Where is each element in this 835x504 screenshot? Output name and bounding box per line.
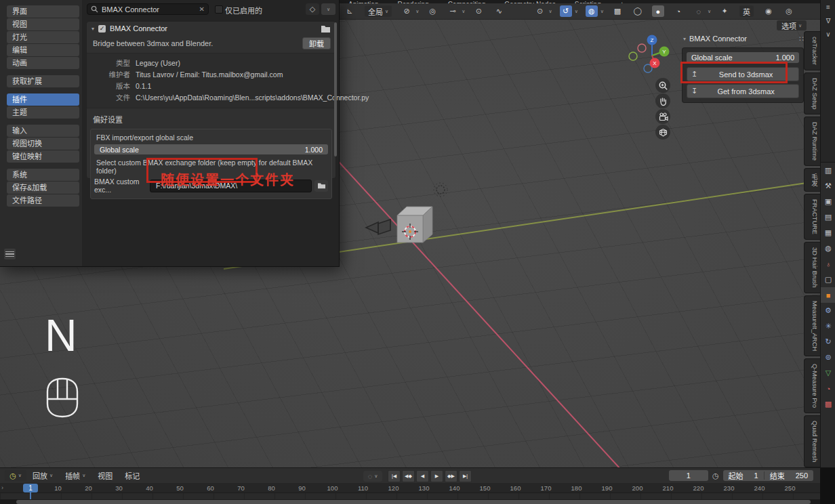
proportional-editing-icon[interactable]: ◎ <box>426 5 439 17</box>
jump-to-end-button[interactable]: ▶| <box>459 470 472 482</box>
xray-icon[interactable]: ▩ <box>611 5 624 17</box>
current-frame-field[interactable]: 1 <box>669 470 708 481</box>
camera-object[interactable] <box>366 219 390 234</box>
prefs-menu-button[interactable] <box>4 249 16 259</box>
playhead-line[interactable] <box>30 492 31 499</box>
shading-material-icon[interactable]: ◔ <box>672 5 685 17</box>
annotate-icon[interactable]: ◉ <box>762 5 775 17</box>
overlays-icon[interactable]: ◍ <box>586 5 598 17</box>
properties-editor-icon[interactable]: ▥ <box>821 163 835 178</box>
material-icon[interactable]: ◔ <box>821 381 835 396</box>
sidebar-tab-cetracker[interactable]: ceTracker <box>804 31 820 70</box>
zoom-button[interactable] <box>655 78 670 93</box>
gizmo-neg-x[interactable] <box>638 44 646 52</box>
prefs-scrollbar[interactable] <box>334 22 337 156</box>
chevron-down-icon[interactable]: ∨ <box>600 9 604 14</box>
orientation-dropdown[interactable]: 全局∨ <box>365 5 392 17</box>
scrollbar-thumb[interactable] <box>16 500 811 504</box>
sidebar-tab-daz-runtime[interactable]: DAZ Runtime <box>804 117 820 166</box>
outliner-collapse-icon[interactable]: ∨ <box>821 27 835 41</box>
perspective-toggle-button[interactable] <box>655 125 670 140</box>
sidebar-tab--[interactable]: 毛发 <box>804 168 820 192</box>
prefs-sidebar-item[interactable]: 保存&加载 <box>7 182 79 194</box>
timeline-menu-插帧[interactable]: 插帧∨ <box>65 470 85 481</box>
addon-enable-checkbox[interactable]: ✓ <box>98 25 106 33</box>
shading-rendered-icon[interactable]: ◌ <box>693 5 705 17</box>
uninstall-button[interactable]: 卸载 <box>302 37 331 49</box>
render-pass-icon[interactable]: ✦ <box>718 5 731 17</box>
prefs-sidebar-item[interactable]: 界面 <box>7 5 79 18</box>
shading-solid-icon[interactable]: ● <box>652 5 664 17</box>
options-dropdown[interactable]: 选项 ∨ <box>777 20 807 30</box>
texture-icon[interactable]: ▩ <box>821 396 835 412</box>
prefs-sidebar-item[interactable]: 编辑 <box>7 44 79 56</box>
object-icon[interactable]: ■ <box>821 287 835 303</box>
start-frame-field[interactable]: 1 <box>749 471 764 480</box>
sidebar-tab-daz-setup[interactable]: DAZ Setup <box>804 72 820 114</box>
transform-orientation-icon[interactable]: ⊾ <box>344 5 356 17</box>
get-from-3dsmax-button[interactable]: ↧ Get from 3dsmax <box>687 84 799 98</box>
show-hide-icon[interactable]: ⊙ <box>534 5 546 17</box>
editor-type-button[interactable]: ◷ ∨ <box>5 470 26 481</box>
timeline-scrollbar[interactable] <box>0 499 820 504</box>
chevron-down-icon[interactable]: ∨ <box>462 9 465 14</box>
prefs-sidebar-item[interactable]: 文件路径 <box>7 194 79 207</box>
falloff-curve-icon[interactable]: ∿ <box>493 5 505 17</box>
next-keyframe-button[interactable]: ◆▶ <box>445 470 457 482</box>
modifiers-icon[interactable]: ⚙ <box>821 303 835 318</box>
sidebar-tab-quad-remesh[interactable]: Quad Remesh <box>804 415 820 467</box>
play-reverse-button[interactable]: ◀ <box>416 470 429 482</box>
shading-wireframe-icon[interactable]: ◯ <box>632 5 644 17</box>
prefs-sidebar-item[interactable]: 视图 <box>7 18 79 30</box>
snap-target-icon[interactable]: ⊙ <box>472 5 485 17</box>
enabled-only-checkbox[interactable] <box>215 5 223 14</box>
npanel-header[interactable]: ▾ BMAX Connector ∷ <box>682 33 804 45</box>
clear-search-icon[interactable]: ✕ <box>199 5 205 13</box>
snap-magnet-icon[interactable]: ⊘ <box>401 5 413 17</box>
prev-keyframe-button[interactable]: ◀◆ <box>402 470 415 482</box>
timeline-menu-视图[interactable]: 视图 <box>98 470 113 481</box>
prefs-sidebar-item[interactable]: 键位映射 <box>7 150 79 163</box>
end-frame-field[interactable]: 250 <box>790 471 813 480</box>
sync-button[interactable]: ◌ ∨ <box>363 471 382 482</box>
expand-icon[interactable]: ▾ <box>91 26 94 32</box>
folder-icon[interactable] <box>321 24 331 33</box>
addon-search-input[interactable]: BMAX Connector ✕ <box>87 3 209 15</box>
chevron-down-icon[interactable]: ∨ <box>549 9 552 14</box>
prefs-sidebar-item[interactable]: 动画 <box>7 57 79 69</box>
render-icon[interactable]: ▣ <box>821 194 835 209</box>
camera-view-button[interactable] <box>655 109 670 124</box>
chevron-down-icon[interactable]: ∨ <box>708 9 711 14</box>
play-button[interactable]: ▶ <box>430 470 443 482</box>
scene-icon[interactable]: ◍ <box>821 240 835 256</box>
expand-arrow-icon[interactable]: › <box>1 484 3 491</box>
send-to-3dsmax-button[interactable]: ↥ Send to 3dsmax <box>687 67 799 81</box>
collection-icon[interactable]: ▢ <box>821 272 835 287</box>
cube-object[interactable] <box>397 207 432 243</box>
record-icon[interactable]: ◎ <box>783 5 795 17</box>
output-icon[interactable]: ▤ <box>821 209 835 225</box>
sidebar-tab-measureit-arch[interactable]: MeasureIt_ARCH <box>804 295 820 356</box>
addon-header[interactable]: ▾ ✓ BMAX Connector <box>87 22 335 35</box>
chevron-down-icon[interactable]: ∨ <box>415 9 419 14</box>
prefs-sidebar-item[interactable]: 主题 <box>7 106 79 119</box>
prefs-sidebar-item[interactable]: 视图切换 <box>7 138 79 150</box>
data-icon[interactable]: ▽ <box>821 365 835 381</box>
physics-icon[interactable]: ↻ <box>821 334 835 350</box>
npanel-global-scale-slider[interactable]: Global scale 1.000 <box>687 52 799 63</box>
prefs-sidebar-item[interactable]: 插件 <box>7 93 79 106</box>
timeline-menu-回放[interactable]: 回放∨ <box>33 470 53 481</box>
proportional-falloff-icon[interactable]: ⊸ <box>447 5 459 17</box>
sidebar-tab-q-measure-pro[interactable]: Q-Measure Pro <box>804 358 820 413</box>
sidebar-tab-3d-hair-brush[interactable]: 3D Hair Brush <box>804 242 820 293</box>
sidebar-tab-fracture[interactable]: FRACTURE <box>804 194 820 240</box>
view-layer-icon[interactable]: ▦ <box>821 225 835 240</box>
pan-hand-button[interactable] <box>655 93 670 108</box>
playhead-badge[interactable]: 1 <box>23 484 38 492</box>
scene-objects[interactable] <box>358 169 473 261</box>
panel-options-icon[interactable]: ∷ <box>799 35 804 43</box>
prefs-global-scale-slider[interactable]: Global scale 1.000 <box>94 144 328 154</box>
timeline-ruler[interactable]: 1020304050607080901001101201301401501601… <box>0 483 820 492</box>
tag-filter-button[interactable]: ◇ <box>306 3 319 15</box>
outliner-filter-icon[interactable]: ∇ <box>821 14 835 27</box>
